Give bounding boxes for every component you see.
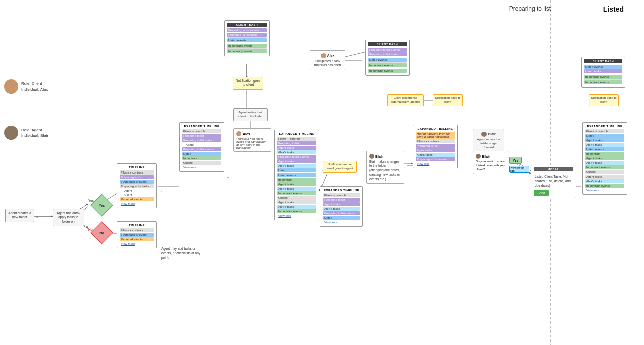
modal-box: MODAL Listed Client Tasks Not shared (Ed… [531, 165, 576, 198]
share-question-text: Do you want to share 'Listed tasks with … [476, 160, 506, 171]
arrow-tl: → [158, 189, 163, 193]
ext5-agent-tasks: Agent tasks [585, 138, 624, 142]
blair-changes-text: Blair makes changes to the folder (chang… [369, 160, 401, 181]
tl1-required: Required events [120, 197, 154, 201]
agent-role-label: Role: Agent Individual: Blair [4, 126, 48, 140]
ext2-agent-tasks3: Agent tasks [277, 182, 316, 186]
ext3-viewless[interactable]: View less [323, 220, 360, 224]
modal-send-button[interactable]: Send [534, 190, 549, 196]
tl1-filters: Filters + controls [120, 170, 154, 175]
notification-3-text: Notification goes to client [591, 96, 616, 103]
client-dash-3: CLIENT DASH Listed events Listed tasks I… [581, 57, 625, 88]
timeline-1-title: TIMELINE [120, 166, 154, 169]
notification-2-text: Notification goes to client [435, 96, 460, 103]
preview-button[interactable]: Preview or edit [509, 166, 529, 173]
ext2-incontract: In contract [277, 178, 316, 182]
tl2-viewmore[interactable]: View more [120, 242, 154, 246]
client-avatar [4, 79, 18, 94]
tl1-prep: Preparing to list [120, 175, 154, 179]
tl2-required: Required events [120, 237, 154, 241]
cd1-item2: Preparing to list tasks [227, 33, 267, 37]
agent-role-text: Role: Agent Individual: Blair [21, 127, 48, 138]
svg-point-18 [6, 89, 16, 94]
ext5-agent-tasks3: Agent tasks [585, 175, 624, 179]
blair-dot [369, 154, 374, 159]
ext2-listed: Listed [277, 168, 316, 172]
ext4-agent-tasks: Agent tasks [416, 148, 455, 152]
agent-invites: Agent invites their client to the folder [233, 108, 268, 121]
client-dash-2-title: CLIENT DASH [368, 42, 407, 46]
expanded-timeline-2: EXPANDED TIMELINE Filters + controls Pre… [274, 130, 319, 220]
client-experience-note: Client experience automatically updates [387, 94, 424, 106]
ext2-filters: Filters + controls [277, 137, 316, 141]
client-dash-1-title: CLIENT DASH [227, 23, 267, 27]
cd1-item3: Listed events [227, 38, 267, 42]
agent-may-add-text: Agent may add tasks or events, or checkl… [161, 247, 200, 260]
svg-point-20 [6, 135, 16, 140]
ext2-closed: Closed [277, 196, 316, 200]
alex-action-text: Completes a task that was assigned [312, 59, 343, 68]
svg-point-19 [8, 128, 14, 134]
blair-dot-3 [476, 154, 481, 159]
tl1-viewmore[interactable]: View more [120, 202, 154, 206]
svg-point-17 [8, 81, 14, 88]
ext4-viewless[interactable]: View less [416, 162, 455, 166]
header: Preparing to list Listed [0, 0, 644, 19]
share-question: Blair Do you want to share 'Listed tasks… [473, 151, 509, 174]
cd3-item1: Listed events [584, 65, 622, 69]
arrow-ext1: → [226, 175, 230, 180]
alex-dot [321, 53, 326, 58]
cd1-item1: Preparing to list events [227, 28, 267, 32]
expanded-timeline-4: EXPANDED TIMELINE *Banner alerting they … [413, 125, 458, 168]
ext3-agent-tasks: Agent tasks [323, 202, 360, 206]
ext2-alex-tasks4: Alex's tasks [277, 205, 316, 209]
agent-invites-text: Agent invites their client to the folder [238, 111, 263, 118]
client-role-text: Role: Client Individual: Alex [21, 81, 48, 92]
ext2-viewless[interactable]: View less [277, 214, 316, 218]
ext2-agent-tasks: Agent tasks [277, 146, 316, 150]
ext3-listed: Listed [323, 216, 360, 220]
agent-auto-apply: Agent has auto-apply tasks to folder on [53, 209, 84, 226]
yes-button[interactable]: Yes [509, 157, 522, 164]
ext1-viewless[interactable]: View less [182, 165, 221, 169]
ext1-closed: Closed [182, 161, 221, 165]
tl2-filters: Filters + controls [120, 228, 154, 232]
ext1-agent: · Agent [182, 143, 221, 147]
ext4-alex-tasks: Alex's tasks [416, 153, 455, 157]
ext1-prep-tasks: Preparing to list tasks [182, 138, 221, 142]
no-label: No [99, 231, 104, 235]
yes-diamond: Yes [92, 195, 112, 215]
client-dash-3-title: CLIENT DASH [584, 59, 622, 63]
agent-moves-text: Agent moves the folder stage forward [477, 138, 500, 149]
ext2-incontract-events: In contract events [277, 191, 316, 195]
blair-changes: Blair Blair makes changes to the folder … [366, 151, 404, 184]
ext4-prep: Preparing to list [416, 144, 455, 148]
ext5-alex-tasks3: Alex's tasks [585, 179, 624, 183]
ext1-prep-events: Preparing to list events [182, 147, 221, 151]
ext5-viewless[interactable]: View less [585, 188, 624, 192]
notification-email-text: Notification and or email goes to agent [327, 163, 353, 170]
ext5-alex-tasks: Alex's tasks [585, 143, 624, 147]
agent-creates-folder-text: Agent creates a new folder [8, 211, 31, 219]
ext3-filters: Filters + controls [323, 193, 360, 197]
client-agent-divider [0, 112, 644, 112]
agent-moves-box: Blair Agent moves the folder stage forwa… [473, 129, 504, 152]
blair-dot-2 [481, 132, 487, 137]
expanded-timeline-5: EXPANDED TIMELINE Filters + controls Lis… [582, 122, 627, 195]
client-role-label: Role: Client Individual: Alex [4, 79, 48, 94]
ext2-title: EXPANDED TIMELINE [277, 132, 316, 135]
cd2-item3: Listed events [368, 58, 407, 62]
tl1-client: · Client [120, 193, 154, 197]
tl1-add: + Add task or event [120, 180, 154, 184]
no-diamond: No [92, 223, 112, 243]
notification-email-box: Notification and or email goes to agent [323, 161, 357, 173]
arrow-1: → [35, 215, 39, 220]
timeline-2-title: TIMELINE [120, 224, 154, 227]
cd2-item1: Preparing to list events [368, 48, 407, 52]
non-linear-note: Alex *This is a non-linear event and can… [233, 128, 271, 152]
ext5-filters: Filters + controls [585, 129, 624, 133]
agent-auto-apply-text: Agent has auto-apply tasks to folder on [57, 211, 80, 223]
expanded-timeline-3: EXPANDED TIMELINE Filters + controls Pre… [320, 186, 363, 227]
ext5-title: EXPANDED TIMELINE [585, 125, 624, 128]
ext2-incontract-events2: In contract events [277, 209, 316, 213]
